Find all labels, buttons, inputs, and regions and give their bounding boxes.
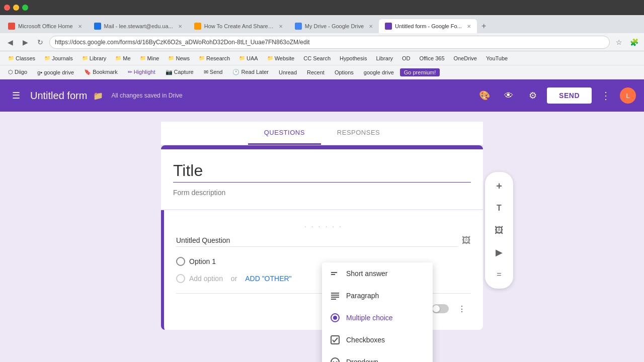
- app-header: ☰ Untitled form 📁 All changes saved in D…: [0, 79, 644, 112]
- bookmark-uaa[interactable]: 📁UAA: [235, 54, 262, 62]
- bookmark-mine[interactable]: 📁Mine: [136, 54, 164, 62]
- ext-highlight[interactable]: ✏ Highlight: [124, 68, 159, 76]
- send-button[interactable]: SEND: [547, 87, 592, 104]
- bookmark-cc-search[interactable]: CC Search: [299, 54, 335, 62]
- tab-questions[interactable]: QUESTIONS: [248, 122, 321, 145]
- user-avatar[interactable]: L: [620, 87, 636, 104]
- bookmark-library[interactable]: 📁Library: [78, 54, 111, 62]
- add-video-button[interactable]: ▶: [489, 242, 509, 262]
- tab-favicon: [295, 23, 302, 30]
- tab-mail[interactable]: Mail - lee.stewart@edu.ua... ✕: [88, 19, 188, 33]
- ext-google-drive2[interactable]: google drive: [360, 68, 398, 76]
- ext-capture[interactable]: 📷 Capture: [162, 68, 198, 76]
- bookmark-classes[interactable]: 📁Classes: [4, 54, 39, 62]
- checkboxes-icon: [330, 335, 340, 345]
- more-options-button[interactable]: ⋮: [596, 85, 616, 106]
- tab-label: My Drive - Google Drive: [305, 23, 364, 29]
- question-type-dropdown: Short answer Paragraph Multiple choice: [322, 262, 433, 362]
- tab-close-icon[interactable]: ✕: [78, 24, 82, 29]
- ext-google-drive[interactable]: g• google drive: [33, 68, 78, 76]
- more-question-options-button[interactable]: ⋮: [453, 300, 471, 318]
- url-text: https://docs.google.com/forms/d/16ByCzK6…: [55, 39, 310, 46]
- bookmark-od[interactable]: OD: [398, 54, 415, 62]
- add-title-button[interactable]: T: [489, 198, 509, 218]
- add-question-button[interactable]: +: [489, 176, 509, 196]
- ext-send[interactable]: ✉ Send: [200, 68, 227, 76]
- ext-diigo[interactable]: ⬡ Diigo: [4, 68, 31, 76]
- address-bar: ◀ ▶ ↻ https://docs.google.com/forms/d/16…: [0, 33, 644, 51]
- bookmark-me[interactable]: 📁Me: [111, 54, 134, 62]
- dropdown-item-label: Checkboxes: [346, 336, 385, 344]
- dropdown-item-multiple-choice[interactable]: Multiple choice: [322, 307, 433, 329]
- bookmark-youtube[interactable]: YouTube: [482, 54, 512, 62]
- bookmark-office365[interactable]: Office 365: [416, 54, 449, 62]
- dropdown-item-short-answer[interactable]: Short answer: [322, 262, 433, 285]
- svg-rect-8: [331, 336, 339, 344]
- question-image-icon[interactable]: 🖼: [462, 235, 471, 246]
- tab-responses[interactable]: RESPONSES: [321, 122, 396, 145]
- dropdown-item-dropdown[interactable]: Dropdown: [322, 351, 433, 362]
- tab-close-icon[interactable]: ✕: [369, 24, 373, 29]
- minimize-btn[interactable]: [13, 5, 19, 11]
- extensions-icon[interactable]: 🧩: [628, 36, 640, 48]
- add-other-link[interactable]: ADD "OTHER": [245, 275, 291, 283]
- drag-handle: · · · · · ·: [176, 222, 471, 230]
- new-tab-button[interactable]: +: [477, 19, 491, 33]
- tab-close-icon[interactable]: ✕: [467, 24, 471, 29]
- question-header: 🖼: [176, 234, 471, 247]
- ext-bookmark[interactable]: 🔖 Bookmark: [80, 68, 122, 76]
- add-section-button[interactable]: =: [489, 264, 509, 285]
- tab-bar: Microsoft Office Home ✕ Mail - lee.stewa…: [0, 15, 644, 33]
- bookmark-journals[interactable]: 📁Journals: [40, 54, 77, 62]
- bookmark-website[interactable]: 📁Website: [263, 54, 299, 62]
- tab-label: Untitled form - Google Fo...: [395, 23, 462, 29]
- ext-read-later[interactable]: 🕐 Read Later: [228, 68, 272, 76]
- paragraph-icon: [330, 291, 340, 301]
- folder-icon[interactable]: 📁: [93, 91, 103, 101]
- tab-favicon: [385, 23, 392, 30]
- form-description-input[interactable]: [173, 189, 471, 197]
- form-title-input[interactable]: [173, 161, 471, 183]
- ext-options[interactable]: Options: [331, 68, 358, 76]
- add-image-button[interactable]: 🖼: [489, 220, 509, 240]
- tab-forms[interactable]: Untitled form - Google Fo... ✕: [379, 19, 477, 33]
- preview-icon-button[interactable]: 👁: [499, 85, 519, 106]
- bookmark-onedrive[interactable]: OneDrive: [450, 54, 481, 62]
- app-form-title[interactable]: Untitled form: [30, 90, 87, 102]
- dropdown-item-checkboxes[interactable]: Checkboxes: [322, 329, 433, 351]
- ext-recent[interactable]: Recent: [303, 68, 329, 76]
- palette-icon-button[interactable]: 🎨: [474, 85, 495, 106]
- extensions-bar: ⬡ Diigo g• google drive 🔖 Bookmark ✏ Hig…: [0, 65, 644, 79]
- question-input[interactable]: [176, 234, 458, 247]
- svg-point-7: [333, 316, 337, 320]
- dropdown-item-label: Short answer: [346, 269, 387, 278]
- bookmark-library2[interactable]: Library: [372, 54, 397, 62]
- title-card: [161, 145, 483, 209]
- content-wrapper: QUESTIONS RESPONSES · · · · · · 🖼 Option…: [0, 112, 644, 340]
- option-radio: [176, 257, 185, 266]
- back-nav-button[interactable]: ◀: [4, 36, 16, 48]
- reload-button[interactable]: ↻: [34, 36, 46, 48]
- ext-go-premium[interactable]: Go premium!: [400, 68, 440, 76]
- tab-close-icon[interactable]: ✕: [279, 24, 283, 29]
- tab-howto[interactable]: How To Create And Share ... ✕: [188, 19, 289, 33]
- tab-microsoft-office[interactable]: Microsoft Office Home ✕: [2, 19, 88, 33]
- dropdown-item-paragraph[interactable]: Paragraph: [322, 285, 433, 307]
- add-option-radio: [176, 274, 185, 283]
- required-toggle[interactable]: [432, 304, 449, 313]
- tab-drive[interactable]: My Drive - Google Drive ✕: [289, 19, 379, 33]
- tab-close-icon[interactable]: ✕: [178, 24, 182, 29]
- close-btn[interactable]: [4, 5, 10, 11]
- back-button[interactable]: ☰: [8, 87, 24, 104]
- bookmark-hypothesis[interactable]: Hypothesis: [336, 54, 371, 62]
- bookmark-star-icon[interactable]: ☆: [613, 36, 625, 48]
- forward-nav-button[interactable]: ▶: [19, 36, 31, 48]
- bookmark-news[interactable]: 📁News: [164, 54, 194, 62]
- dropdown-item-label: Paragraph: [346, 292, 379, 300]
- maximize-btn[interactable]: [22, 5, 28, 11]
- bookmark-research[interactable]: 📁Research: [195, 54, 234, 62]
- settings-icon-button[interactable]: ⚙: [523, 85, 543, 106]
- add-option-text[interactable]: Add option: [189, 275, 223, 283]
- url-bar[interactable]: https://docs.google.com/forms/d/16ByCzK6…: [49, 36, 610, 49]
- ext-unread[interactable]: Unread: [275, 68, 301, 76]
